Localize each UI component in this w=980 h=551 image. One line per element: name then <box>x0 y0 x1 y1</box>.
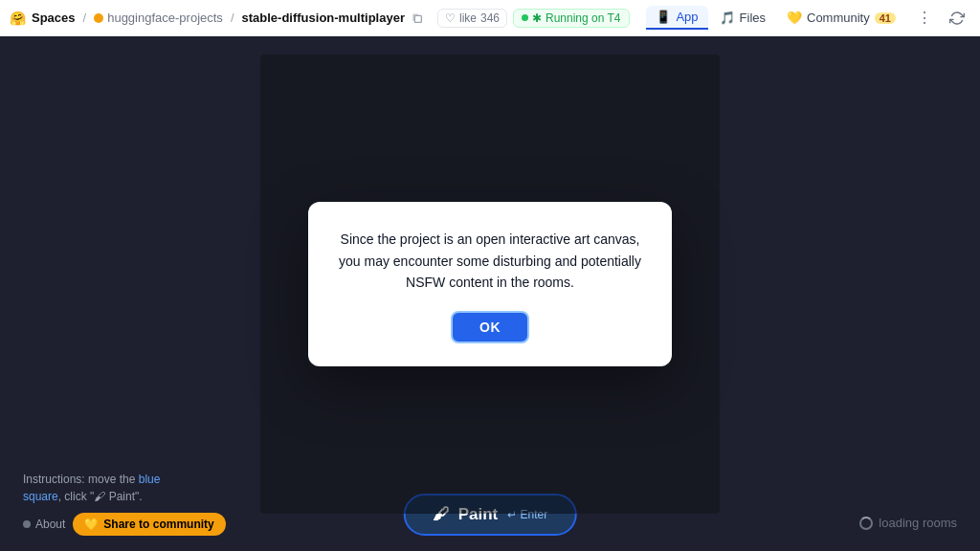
instructions-area: Instructions: move the blue square, clic… <box>23 471 226 536</box>
community-badge: 41 <box>875 12 896 24</box>
like-label: like <box>459 11 477 25</box>
org-name[interactable]: huggingface-projects <box>107 11 223 25</box>
tab-community[interactable]: 💛 Community 41 <box>777 7 905 29</box>
nav-org: huggingface-projects <box>94 11 223 25</box>
instructions-prefix: Instructions: move the <box>23 473 139 486</box>
running-label: ✱ <box>532 11 542 25</box>
share-icon: 💛 <box>84 518 99 531</box>
refresh-button[interactable] <box>944 5 970 32</box>
running-dot <box>522 14 528 21</box>
nav-separator: / <box>83 11 87 25</box>
canvas-wrapper: Since the project is an open interactive… <box>260 55 720 514</box>
about-label: About <box>35 518 65 531</box>
bottom-bar: Instructions: move the blue square, clic… <box>0 471 980 536</box>
instructions-suffix: , click "🖌 Paint". <box>58 490 143 503</box>
like-count: 346 <box>480 11 500 25</box>
instructions-text: Instructions: move the blue square, clic… <box>23 471 195 505</box>
repo-name[interactable]: stable-diffusion-multiplayer <box>242 11 405 25</box>
svg-rect-0 <box>414 15 421 22</box>
running-status: ✱ Running on T4 <box>513 9 630 28</box>
main-area: Since the project is an open interactive… <box>0 36 980 551</box>
about-button[interactable]: About <box>23 518 65 531</box>
ok-button[interactable]: OK <box>451 311 529 343</box>
tab-app[interactable]: 📱 App <box>646 6 707 30</box>
org-avatar <box>94 13 103 23</box>
share-button[interactable]: 💛 Share to community <box>73 513 225 536</box>
nav-separator2: / <box>231 11 234 25</box>
spaces-label[interactable]: Spaces <box>32 11 76 25</box>
topnav: 🤗 Spaces / huggingface-projects / stable… <box>0 0 980 36</box>
tab-files[interactable]: 🎵 Files <box>710 7 775 29</box>
share-label: Share to community <box>103 518 213 531</box>
more-button[interactable]: ⋮ <box>911 5 938 32</box>
spaces-emoji: 🤗 <box>10 11 26 26</box>
modal-overlay: Since the project is an open interactive… <box>260 55 720 514</box>
files-icon: 🎵 <box>720 11 735 25</box>
modal-box: Since the project is an open interactive… <box>308 202 672 365</box>
running-text: Running on T4 <box>546 11 621 25</box>
app-icon: 📱 <box>656 10 671 24</box>
tab-app-label: App <box>676 10 698 24</box>
nav-tabs: 📱 App 🎵 Files 💛 Community 41 <box>646 6 905 30</box>
like-button[interactable]: ♡ like 346 <box>437 9 507 28</box>
modal-message: Since the project is an open interactive… <box>339 229 641 293</box>
tab-files-label: Files <box>740 11 766 25</box>
about-dot-icon <box>23 520 31 528</box>
community-icon: 💛 <box>787 11 802 25</box>
heart-icon: ♡ <box>445 11 456 25</box>
copy-icon[interactable] <box>411 11 424 25</box>
tab-community-label: Community <box>807 11 870 25</box>
